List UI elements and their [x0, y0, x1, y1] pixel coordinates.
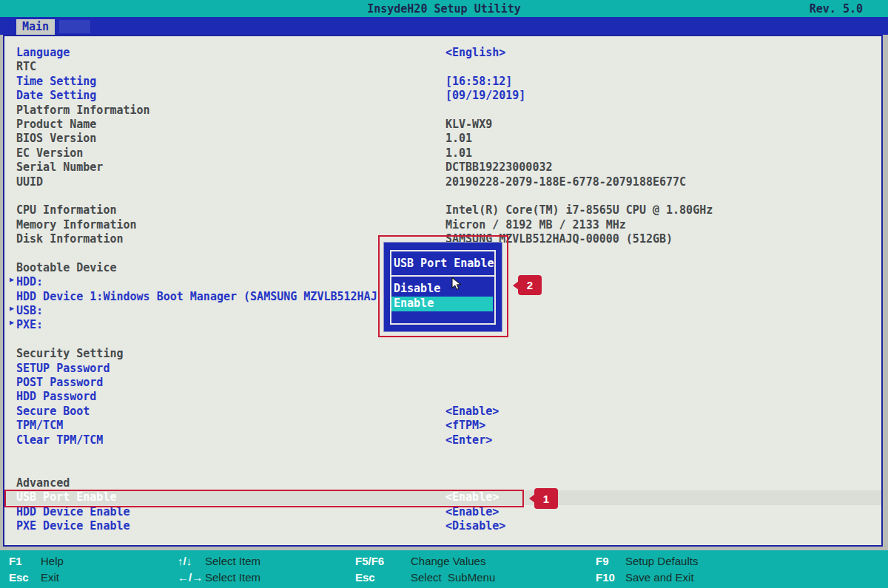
- hotkey-f9: F9: [596, 554, 609, 569]
- row-value: [16:58:12]: [445, 75, 512, 88]
- row-label: Memory Information: [16, 218, 137, 232]
- tab-ghost-highlight: [59, 20, 90, 33]
- row-label: Date Setting: [16, 89, 96, 102]
- hotkey-esc-submenu: Esc: [355, 570, 375, 585]
- row-value: 1.01: [445, 146, 472, 160]
- hotkey-f10: F10: [596, 570, 615, 585]
- hotkey-leftright-icon: ←/→: [178, 570, 203, 585]
- row-value: KLV-WX9: [445, 118, 492, 131]
- bios-row-post-password[interactable]: POST Password: [4, 376, 881, 390]
- spacer-row: [4, 189, 881, 203]
- row-label: UUID: [16, 175, 43, 189]
- row-label: HDD Device 1:Windows Boot Manager (SAMSU…: [16, 290, 377, 303]
- row-value: 1.01: [445, 132, 472, 145]
- bios-screen: InsydeH20 Setup Utility Rev. 5.0 Main La…: [0, 0, 888, 588]
- bios-row-serial-number: Serial NumberDCTBB19223000032: [4, 160, 881, 175]
- row-label: Serial Number: [16, 160, 103, 174]
- row-label: Security Setting: [16, 347, 124, 360]
- annotation-box-step2: [378, 235, 508, 337]
- row-label: Clear TPM/TCM: [16, 433, 103, 447]
- row-label: PXE Device Enable: [16, 519, 130, 533]
- hotkey-f9-label: Setup Defaults: [625, 554, 698, 569]
- bios-row-tpm-tcm[interactable]: TPM/TCM<fTPM>: [4, 419, 881, 433]
- submenu-arrow-icon: ▶: [10, 318, 14, 326]
- bios-row-cpu-information: CPU InformationIntel(R) Core(TM) i7-8565…: [4, 203, 881, 217]
- submenu-arrow-icon: ▶: [10, 275, 14, 283]
- row-label: HDD Password: [16, 390, 96, 403]
- bios-row-bios-version: BIOS Version1.01: [4, 132, 881, 146]
- row-label: RTC: [16, 60, 36, 73]
- bios-row-uuid: UUID20190228-2079-188E-6778-2079188E677C: [4, 175, 881, 189]
- hotkey-f5f6: F5/F6: [355, 554, 384, 569]
- revision-label: Rev. 5.0: [810, 2, 863, 16]
- row-value: 20190228-2079-188E-6778-2079188E677C: [445, 175, 686, 189]
- spacer-row: [4, 447, 881, 462]
- hotkey-f1-label: Help: [41, 554, 64, 569]
- row-value: Intel(R) Core(TM) i7-8565U CPU @ 1.80GHz: [445, 203, 713, 217]
- bios-row-security-setting: Security Setting: [4, 347, 881, 361]
- row-label: BIOS Version: [16, 132, 96, 145]
- bios-row-advanced: Advanced: [4, 476, 881, 490]
- row-value: <English>: [445, 46, 505, 59]
- row-label: Disk Information: [16, 232, 124, 246]
- bios-row-hdd-password[interactable]: HDD Password: [4, 390, 881, 404]
- row-value: <Disable>: [445, 519, 505, 533]
- bios-row-platform-information: Platform Information: [4, 104, 881, 118]
- hotkey-esc-submenu-label: Select SubMenu: [411, 570, 495, 585]
- hotkey-f1: F1: [9, 554, 22, 569]
- bios-row-date-setting[interactable]: Date Setting[09/19/2019]: [4, 89, 881, 103]
- annotation-badge-2: 2: [518, 275, 542, 295]
- tab-main[interactable]: Main: [16, 19, 55, 35]
- page-title: InsydeH20 Setup Utility: [0, 2, 888, 16]
- row-value: <Enter>: [445, 433, 492, 447]
- bios-row-time-setting[interactable]: Time Setting[16:58:12]: [4, 75, 881, 89]
- title-bar: InsydeH20 Setup Utility Rev. 5.0: [0, 0, 888, 17]
- row-label: Product Name: [16, 118, 96, 131]
- row-label: Advanced: [16, 476, 70, 490]
- row-value: [09/19/2019]: [445, 89, 525, 102]
- row-label: EC Version: [16, 146, 83, 160]
- key-hint-bar: F1 Help Esc Exit ↑/↓ Select Item ←/→ Sel…: [0, 550, 888, 588]
- annotation-badge-1: 1: [534, 488, 558, 509]
- row-label: Language: [16, 46, 70, 59]
- hotkey-leftright-label: Select Item: [205, 570, 260, 585]
- annotation-box-step1: [4, 490, 524, 507]
- bios-row-product-name: Product NameKLV-WX9: [4, 118, 881, 132]
- bios-row-clear-tpm-tcm[interactable]: Clear TPM/TCM<Enter>: [4, 433, 881, 447]
- hotkey-updown-label: Select Item: [205, 554, 260, 569]
- row-label: CPU Information: [16, 203, 116, 217]
- submenu-arrow-icon: ▶: [10, 304, 14, 312]
- row-label: Secure Boot: [16, 405, 90, 418]
- row-label: PXE:: [16, 318, 43, 331]
- row-label: TPM/TCM: [16, 419, 63, 432]
- row-label: POST Password: [16, 376, 103, 389]
- bios-row-rtc: RTC: [4, 60, 881, 74]
- row-label: Time Setting: [16, 75, 96, 88]
- row-label: USB:: [16, 304, 43, 317]
- tab-bar: Main: [0, 17, 888, 35]
- row-label: SETUP Password: [16, 362, 110, 375]
- bios-row-language[interactable]: Language<English>: [4, 46, 881, 60]
- bios-row-ec-version: EC Version1.01: [4, 146, 881, 160]
- row-value: <Enable>: [445, 405, 499, 418]
- bios-row-memory-information: Memory InformationMicron / 8192 MB / 213…: [4, 218, 881, 232]
- row-label: Bootable Device: [16, 261, 116, 274]
- hotkey-updown-icon: ↑/↓: [178, 554, 192, 569]
- row-label: HDD:: [16, 275, 43, 288]
- row-value: <fTPM>: [445, 419, 485, 432]
- hotkey-f5f6-label: Change Values: [411, 554, 485, 569]
- bios-row-pxe-device-enable[interactable]: PXE Device Enable<Disable>: [4, 519, 881, 533]
- hotkey-esc-exit-label: Exit: [41, 570, 59, 585]
- hotkey-f10-label: Save and Exit: [625, 570, 694, 585]
- row-label: Platform Information: [16, 104, 150, 117]
- row-value: Micron / 8192 MB / 2133 MHz: [445, 218, 626, 232]
- spacer-row: [4, 462, 881, 476]
- bios-row-setup-password[interactable]: SETUP Password: [4, 362, 881, 376]
- hotkey-esc-exit: Esc: [9, 570, 29, 585]
- row-value: DCTBB19223000032: [445, 160, 553, 174]
- bios-row-secure-boot[interactable]: Secure Boot<Enable>: [4, 405, 881, 419]
